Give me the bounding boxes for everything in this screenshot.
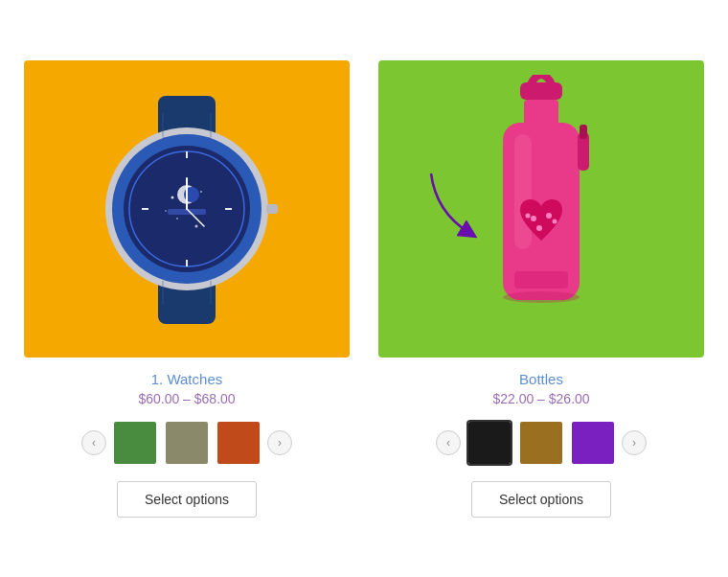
swatch-bottles-2[interactable] bbox=[570, 420, 616, 466]
product-image-watches[interactable] bbox=[24, 60, 350, 358]
product-image-bottles[interactable] bbox=[378, 60, 704, 358]
product-price-bottles: $22.00 – $26.00 bbox=[492, 391, 589, 406]
svg-rect-16 bbox=[142, 208, 148, 210]
svg-rect-15 bbox=[186, 260, 188, 266]
prev-arrow-bottles[interactable]: ‹ bbox=[436, 430, 461, 455]
product-card-bottles: Bottles $22.00 – $26.00 ‹ › Select optio… bbox=[378, 60, 704, 518]
select-options-bottles[interactable]: Select options bbox=[471, 481, 611, 518]
svg-rect-26 bbox=[524, 100, 558, 127]
svg-rect-37 bbox=[580, 125, 587, 139]
svg-rect-35 bbox=[514, 271, 568, 288]
swatch-bottles-0[interactable] bbox=[466, 420, 512, 466]
product-title-bottles: Bottles bbox=[519, 371, 563, 387]
product-title-watches: 1. Watches bbox=[151, 371, 222, 387]
svg-point-30 bbox=[546, 213, 552, 219]
swatches-row-watches: ‹ › bbox=[81, 420, 292, 466]
svg-point-29 bbox=[531, 216, 536, 221]
product-card-watches: 1. Watches $60.00 – $68.00 ‹ › Select op… bbox=[24, 60, 350, 518]
svg-rect-14 bbox=[186, 151, 188, 158]
next-arrow-watches[interactable]: › bbox=[267, 430, 292, 455]
svg-point-10 bbox=[165, 210, 167, 212]
svg-rect-20 bbox=[266, 204, 278, 214]
swatch-bottles-1[interactable] bbox=[518, 420, 564, 466]
products-grid: 1. Watches $60.00 – $68.00 ‹ › Select op… bbox=[5, 41, 723, 537]
product-right-wrapper: Bottles $22.00 – $26.00 ‹ › Select optio… bbox=[378, 60, 704, 518]
swatch-watches-1[interactable] bbox=[164, 420, 210, 466]
svg-rect-28 bbox=[514, 134, 532, 249]
svg-point-32 bbox=[526, 213, 531, 218]
svg-rect-25 bbox=[520, 82, 562, 100]
next-arrow-bottles[interactable]: › bbox=[622, 430, 647, 455]
svg-point-8 bbox=[176, 218, 178, 219]
prev-arrow-watches[interactable]: ‹ bbox=[81, 430, 106, 455]
swatch-watches-2[interactable] bbox=[216, 420, 262, 466]
bottle-illustration bbox=[465, 75, 618, 343]
svg-rect-17 bbox=[225, 208, 232, 210]
svg-point-33 bbox=[553, 219, 557, 223]
select-options-watches[interactable]: Select options bbox=[117, 481, 257, 518]
svg-point-9 bbox=[195, 224, 198, 227]
swatches-row-bottles: ‹ › bbox=[436, 420, 647, 466]
watch-illustration bbox=[81, 84, 292, 334]
product-price-watches: $60.00 – $68.00 bbox=[138, 391, 235, 406]
svg-point-6 bbox=[171, 196, 174, 198]
swatch-watches-0[interactable] bbox=[112, 420, 158, 466]
svg-point-31 bbox=[536, 225, 542, 231]
svg-point-7 bbox=[200, 191, 202, 193]
svg-point-34 bbox=[503, 291, 580, 303]
